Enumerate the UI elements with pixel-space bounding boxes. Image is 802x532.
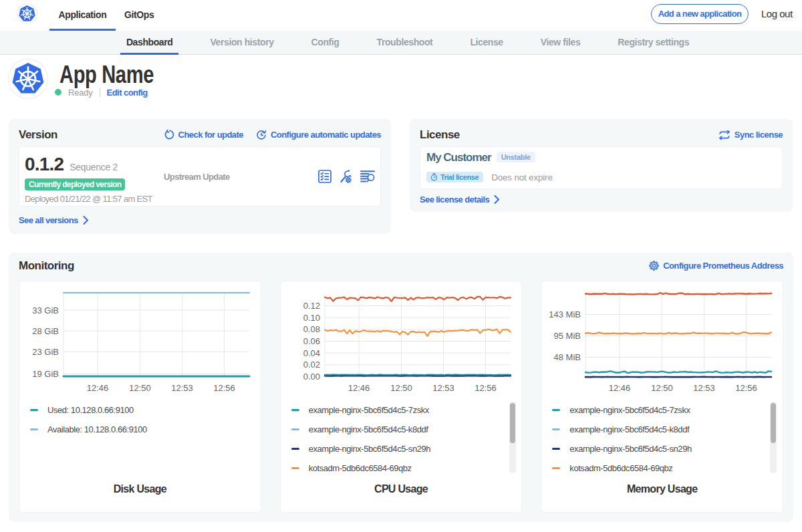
svg-text:28 GiB: 28 GiB <box>32 326 59 336</box>
svg-text:0.00: 0.00 <box>303 372 319 382</box>
svg-text:95 MiB: 95 MiB <box>554 331 581 341</box>
svg-text:33 GiB: 33 GiB <box>32 305 59 315</box>
svg-text:12:53: 12:53 <box>694 383 716 393</box>
svg-text:12:56: 12:56 <box>736 383 758 393</box>
svg-text:0.02: 0.02 <box>303 360 319 370</box>
svg-text:12:53: 12:53 <box>432 383 454 393</box>
svg-text:0.08: 0.08 <box>303 324 319 334</box>
svg-text:12:46: 12:46 <box>87 383 109 393</box>
svg-text:0.04: 0.04 <box>303 348 319 358</box>
svg-text:12:50: 12:50 <box>652 383 674 393</box>
svg-text:0.06: 0.06 <box>303 336 319 346</box>
svg-text:12:56: 12:56 <box>213 383 235 393</box>
svg-text:12:56: 12:56 <box>475 383 497 393</box>
svg-text:19 GiB: 19 GiB <box>32 369 59 379</box>
svg-text:48 MiB: 48 MiB <box>554 352 581 362</box>
svg-text:12:53: 12:53 <box>171 383 193 393</box>
svg-text:12:50: 12:50 <box>129 383 151 393</box>
svg-text:0.10: 0.10 <box>303 313 319 323</box>
svg-text:12:46: 12:46 <box>348 383 370 393</box>
svg-text:0.12: 0.12 <box>303 301 319 311</box>
svg-text:23 GiB: 23 GiB <box>32 347 59 357</box>
svg-text:12:50: 12:50 <box>390 383 412 393</box>
svg-text:12:46: 12:46 <box>609 383 631 393</box>
svg-text:143 MiB: 143 MiB <box>549 309 581 319</box>
